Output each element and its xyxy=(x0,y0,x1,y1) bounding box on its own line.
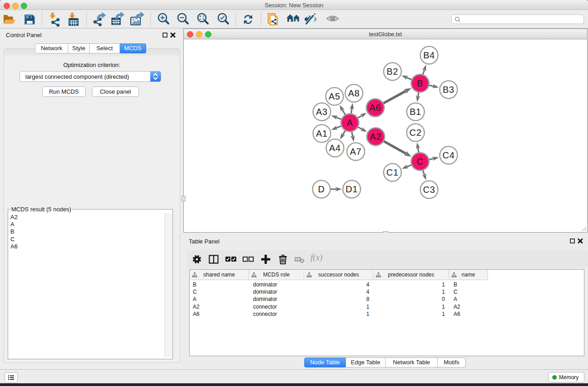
svg-text:B: B xyxy=(417,78,423,88)
svg-text:A8: A8 xyxy=(348,88,360,98)
svg-text:B1: B1 xyxy=(410,107,421,117)
svg-text:A1: A1 xyxy=(316,129,328,138)
svg-text:A: A xyxy=(347,118,353,128)
svg-text:D: D xyxy=(318,184,325,194)
svg-text:C2: C2 xyxy=(409,128,421,138)
svg-text:B2: B2 xyxy=(387,67,398,76)
svg-text:A7: A7 xyxy=(350,147,362,157)
svg-text:D1: D1 xyxy=(345,184,358,194)
svg-text:A4: A4 xyxy=(329,143,341,153)
svg-text:C1: C1 xyxy=(386,167,398,177)
svg-text:C4: C4 xyxy=(442,150,454,160)
svg-text:B3: B3 xyxy=(443,85,454,95)
svg-text:C: C xyxy=(416,157,423,167)
svg-text:A3: A3 xyxy=(316,107,328,117)
svg-text:C3: C3 xyxy=(423,185,435,195)
svg-text:A2: A2 xyxy=(370,132,382,142)
svg-text:A6: A6 xyxy=(369,103,381,113)
svg-text:A5: A5 xyxy=(329,91,340,101)
svg-text:B4: B4 xyxy=(423,50,435,60)
